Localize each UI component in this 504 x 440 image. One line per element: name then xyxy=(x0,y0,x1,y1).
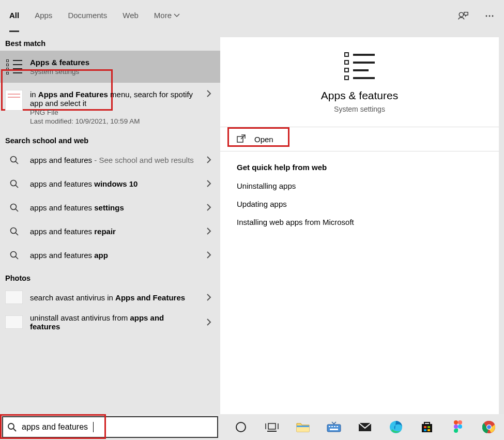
tab-apps[interactable]: Apps xyxy=(35,0,52,32)
svg-rect-34 xyxy=(424,426,426,428)
file-result-type: PNG File xyxy=(30,109,195,116)
quick-help-header: Get quick help from web xyxy=(220,151,499,177)
section-school-web: Search school and web xyxy=(0,129,220,148)
photo-result-text: uninstall avast antivirus from apps and … xyxy=(30,313,195,331)
chevron-right-icon[interactable] xyxy=(203,251,215,259)
chevron-right-icon[interactable] xyxy=(203,318,215,326)
section-photos: Photos xyxy=(0,267,220,285)
chevron-right-icon[interactable] xyxy=(203,294,215,301)
web-result[interactable]: apps and features windows 10 xyxy=(0,172,220,195)
keyboard-icon[interactable] xyxy=(326,419,342,435)
help-link[interactable]: Uninstalling apps xyxy=(220,177,499,195)
svg-point-0 xyxy=(459,12,463,17)
chevron-right-icon[interactable] xyxy=(203,180,215,187)
cortana-icon[interactable] xyxy=(233,419,249,435)
tab-web[interactable]: Web xyxy=(123,0,139,32)
web-result[interactable]: apps and features - See school and web r… xyxy=(0,148,220,172)
svg-point-10 xyxy=(10,227,16,233)
search-filter-bar: All Apps Documents Web More xyxy=(0,0,504,32)
svg-point-3 xyxy=(492,16,494,17)
open-external-icon xyxy=(237,134,246,144)
web-result[interactable]: apps and features app xyxy=(0,243,220,267)
chevron-right-icon[interactable] xyxy=(203,90,215,97)
chrome-browser-icon[interactable] xyxy=(481,419,497,435)
svg-point-1 xyxy=(486,16,487,17)
search-icon xyxy=(5,251,23,260)
open-action[interactable]: Open xyxy=(220,127,499,151)
web-result-text: apps and features app xyxy=(30,251,195,260)
feedback-icon[interactable] xyxy=(457,10,469,22)
search-icon xyxy=(5,203,23,212)
help-link[interactable]: Installing web apps from Microsoft xyxy=(220,213,499,231)
best-match-subtitle: System settings xyxy=(30,68,215,75)
more-options-icon[interactable] xyxy=(484,11,495,21)
best-match-title: Apps & features xyxy=(30,58,215,67)
svg-point-4 xyxy=(10,156,16,162)
task-view-icon[interactable] xyxy=(264,419,280,435)
svg-point-38 xyxy=(454,420,458,424)
preview-subtitle: System settings xyxy=(237,105,482,113)
file-explorer-icon[interactable] xyxy=(295,419,311,435)
tab-more-label: More xyxy=(154,11,172,20)
svg-line-5 xyxy=(16,161,18,164)
web-result-text: apps and features - See school and web r… xyxy=(30,156,195,164)
file-result[interactable]: in Apps and Features menu, search for sp… xyxy=(0,83,220,129)
microsoft-store-icon[interactable] xyxy=(419,419,435,435)
svg-point-12 xyxy=(10,251,16,257)
svg-point-8 xyxy=(10,204,16,209)
open-label: Open xyxy=(254,135,273,144)
photo-result[interactable]: search avast antivirus in Apps and Featu… xyxy=(0,285,220,309)
chevron-right-icon[interactable] xyxy=(203,204,215,211)
tab-documents[interactable]: Documents xyxy=(68,0,107,32)
photo-result-text: search avast antivirus in Apps and Featu… xyxy=(30,293,195,302)
chevron-right-icon[interactable] xyxy=(203,156,215,163)
file-result-title: in Apps and Features menu, search for sp… xyxy=(30,90,195,108)
chevron-right-icon[interactable] xyxy=(203,227,215,235)
apps-features-icon xyxy=(5,59,23,74)
image-thumbnail-icon xyxy=(5,291,23,304)
svg-rect-35 xyxy=(427,426,430,428)
web-result[interactable]: apps and features repair xyxy=(0,219,220,243)
svg-point-18 xyxy=(236,422,246,432)
tab-more[interactable]: More xyxy=(154,0,180,32)
web-result[interactable]: apps and features settings xyxy=(0,195,220,219)
svg-rect-26 xyxy=(329,426,330,427)
taskbar: apps and features xyxy=(0,414,504,440)
svg-point-41 xyxy=(458,424,462,429)
png-thumbnail-icon xyxy=(5,90,23,111)
web-result-text: apps and features windows 10 xyxy=(30,179,195,188)
preview-panel: Apps & features System settings Open Get… xyxy=(220,37,499,414)
search-icon xyxy=(5,156,23,164)
svg-line-9 xyxy=(16,209,18,211)
figma-icon[interactable] xyxy=(450,419,466,435)
file-result-modified: Last modified: 10/9/2021, 10:59 AM xyxy=(30,117,195,125)
best-match-result[interactable]: Apps & features System settings xyxy=(0,51,220,83)
edge-browser-icon[interactable] xyxy=(388,419,404,435)
search-input-wrapper[interactable]: apps and features xyxy=(2,416,218,438)
web-result-text: apps and features repair xyxy=(30,227,195,236)
svg-rect-19 xyxy=(268,423,276,429)
svg-line-7 xyxy=(16,185,18,188)
mail-icon[interactable] xyxy=(357,419,373,435)
svg-point-39 xyxy=(458,420,462,424)
tab-all[interactable]: All xyxy=(9,0,19,32)
svg-point-2 xyxy=(489,16,491,17)
preview-icon xyxy=(237,52,482,80)
svg-point-6 xyxy=(10,180,16,186)
svg-rect-25 xyxy=(327,424,341,432)
svg-rect-36 xyxy=(424,429,426,431)
svg-rect-37 xyxy=(427,429,430,431)
photo-result[interactable]: uninstall avast antivirus from apps and … xyxy=(0,309,220,335)
svg-line-13 xyxy=(16,256,18,259)
image-thumbnail-icon xyxy=(5,315,23,329)
svg-line-11 xyxy=(16,233,18,235)
help-link[interactable]: Updating apps xyxy=(220,195,499,213)
svg-rect-24 xyxy=(297,426,309,427)
svg-rect-30 xyxy=(330,429,338,430)
svg-rect-27 xyxy=(331,426,333,427)
section-best-match: Best match xyxy=(0,32,220,51)
svg-point-40 xyxy=(454,424,458,429)
svg-rect-28 xyxy=(334,426,335,427)
svg-rect-29 xyxy=(337,426,338,427)
search-icon xyxy=(5,179,23,188)
